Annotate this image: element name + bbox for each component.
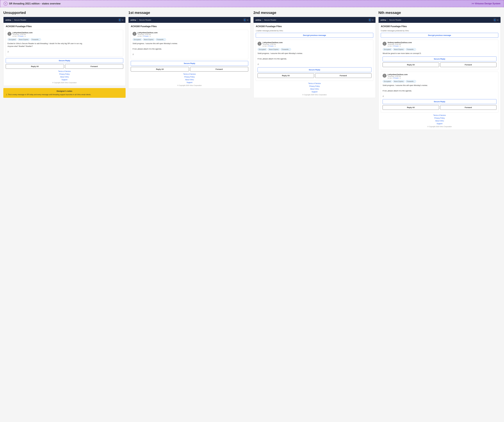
sender-row: J j.whysbee@airbus.com Yesterday, 9:46 P… bbox=[383, 73, 497, 79]
support-link[interactable]: Support bbox=[6, 79, 123, 81]
virtru-logo: virtru bbox=[380, 19, 386, 21]
sr-divider bbox=[12, 19, 13, 21]
tag: Encrypted bbox=[132, 38, 142, 41]
sender-date: Yesterday, 9:46 PM bbox=[138, 34, 246, 35]
decrypt-previous-button[interactable]: Decrypt previous message bbox=[381, 33, 498, 38]
support-link[interactable]: Support bbox=[256, 91, 373, 93]
chevron-down-icon[interactable]: ∨ bbox=[122, 19, 124, 21]
support-link[interactable]: Support bbox=[131, 82, 248, 84]
more-recipients-link[interactable]: +3 more bbox=[393, 45, 398, 47]
avatar-icon[interactable]: 👤 bbox=[243, 18, 246, 21]
sr-label: Secure Reader bbox=[264, 19, 276, 21]
more-recipients-link[interactable]: +3 more bbox=[143, 35, 148, 37]
avatar-icon[interactable]: 👤 bbox=[493, 18, 496, 21]
secure-reply-button[interactable]: Secure Reply bbox=[131, 61, 248, 66]
virtru-logo: virtru bbox=[131, 19, 136, 21]
about-virtru-link[interactable]: About Virtru bbox=[6, 76, 123, 78]
designers-notes-list: This is every message in SR today and ev… bbox=[6, 93, 123, 96]
forward-button[interactable]: Forward bbox=[440, 105, 497, 110]
forward-button[interactable]: Forward bbox=[315, 73, 372, 78]
footer-links: Terms of Service Privacy Policy About Vi… bbox=[256, 83, 373, 93]
top-banner: V SR threading 2021 edition - states ove… bbox=[0, 0, 504, 7]
tag: Never Expires bbox=[393, 48, 405, 51]
support-link[interactable]: Support bbox=[381, 123, 498, 125]
privacy-policy-link[interactable]: Privacy Policy bbox=[131, 76, 248, 78]
tag: Forwardin... bbox=[30, 38, 41, 41]
column-second-message: 2nd message virtru Secure Reader 👤 ∨ ACH… bbox=[253, 11, 376, 98]
chevron-down-icon[interactable]: ∨ bbox=[247, 19, 249, 21]
email-subject: ACH160 Fuselage Files bbox=[6, 25, 123, 28]
tag: Forwardin... bbox=[406, 80, 416, 83]
banner-right-link[interactable]: >> Virtuoso Design System bbox=[472, 2, 500, 5]
message-tags: EncryptedNever ExpiresForwardin... bbox=[132, 38, 246, 41]
sr-header-left: virtru Secure Reader bbox=[380, 19, 401, 21]
sr-header-unsupported: virtru Secure Reader 👤 ∨ bbox=[3, 17, 126, 23]
sender-row: J j.whysbee@airbus.com Yesterday, 9:46 P… bbox=[258, 42, 372, 47]
forward-button[interactable]: Forward bbox=[440, 62, 497, 67]
banner-title: SR threading 2021 edition - states overv… bbox=[9, 2, 60, 5]
reply-all-button[interactable]: Reply All bbox=[6, 64, 64, 69]
sender-avatar: J bbox=[258, 42, 261, 46]
reply-all-button[interactable]: Reply All bbox=[131, 67, 189, 72]
reply-all-button[interactable]: Reply All bbox=[383, 62, 439, 67]
reply-forward-row: Reply AllForward bbox=[383, 105, 497, 110]
sr-card-unsupported: virtru Secure Reader 👤 ∨ ACH160 Fuselage… bbox=[3, 17, 126, 86]
more-recipients-link[interactable]: +3 more bbox=[18, 35, 23, 37]
message-tags: EncryptedNever ExpiresForwardin... bbox=[7, 38, 121, 41]
sender-to: to me ( +3 more ) ∨ bbox=[12, 35, 121, 37]
designers-notes-item: This is every message in SR today and ev… bbox=[8, 93, 123, 96]
sr-divider bbox=[138, 19, 138, 21]
column-first-message: 1st message virtru Secure Reader 👤 ∨ ACH… bbox=[128, 11, 251, 89]
terms-of-service-link[interactable]: Terms of Service bbox=[381, 114, 498, 116]
about-virtru-link[interactable]: About Virtru bbox=[131, 79, 248, 81]
decrypt-previous-button[interactable]: Decrypt previous message bbox=[256, 33, 373, 38]
terms-of-service-link[interactable]: Terms of Service bbox=[131, 73, 248, 75]
terms-of-service-link[interactable]: Terms of Service bbox=[256, 83, 373, 84]
sr-card-first-message: virtru Secure Reader 👤 ∨ ACH160 Fuselage… bbox=[128, 17, 251, 89]
sender-email: lindsey.rawlins@airbus.com bbox=[388, 42, 497, 43]
terms-of-service-link[interactable]: Terms of Service bbox=[6, 70, 123, 72]
avatar-icon[interactable]: 👤 bbox=[368, 18, 371, 21]
reply-all-button[interactable]: Reply All bbox=[258, 73, 314, 78]
privacy-policy-link[interactable]: Privacy Policy bbox=[256, 85, 373, 87]
avatar-icon[interactable]: 👤 bbox=[118, 18, 121, 21]
email-subject: ACH160 Fuselage Files bbox=[256, 25, 373, 28]
chevron-down-icon[interactable]: ∨ bbox=[497, 19, 498, 21]
message-block-0: J j.whysbee@airbus.com Yesterday, 9:46 P… bbox=[6, 30, 123, 56]
sender-info: lindsey.rawlins@airbus.com Yesterday, 9:… bbox=[388, 42, 497, 47]
about-virtru-link[interactable]: About Virtru bbox=[381, 120, 498, 122]
privacy-policy-link[interactable]: Privacy Policy bbox=[6, 73, 123, 75]
tag: Forwardin... bbox=[156, 38, 166, 41]
column-nth-message: Nth message virtru Secure Reader 👤 ∨ ACH… bbox=[378, 11, 501, 130]
banner-logo-icon: V bbox=[4, 2, 7, 6]
sender-to: to me ( +3 more ) ∨ bbox=[263, 45, 372, 47]
reply-forward-row: Reply AllForward bbox=[131, 67, 248, 72]
sr-body-nth-message: ACH160 Fuselage Files5 earlier messages … bbox=[378, 23, 501, 130]
footer-links: Terms of Service Privacy Policy About Vi… bbox=[131, 73, 248, 84]
footer-links: Terms of Service Privacy Policy About Vi… bbox=[6, 70, 123, 81]
sender-date: Yesterday, 9:46 PM bbox=[388, 43, 497, 45]
secure-reply-button[interactable]: Secure Reply bbox=[6, 58, 123, 63]
more-recipients-link[interactable]: +3 more bbox=[268, 45, 273, 47]
more-recipients-link[interactable]: +3 more bbox=[393, 77, 398, 79]
tag: Never Expires bbox=[393, 80, 405, 83]
chevron-down-icon[interactable]: ∨ bbox=[372, 19, 373, 21]
privacy-policy-link[interactable]: Privacy Policy bbox=[381, 117, 498, 119]
secure-reply-button[interactable]: Secure Reply bbox=[383, 56, 497, 61]
sr-body-first-message: ACH160 Fuselage FilesJ j.whysbee@airbus.… bbox=[128, 23, 251, 89]
sender-avatar: J bbox=[132, 32, 136, 36]
sr-divider bbox=[388, 19, 388, 21]
sender-to: to me ( +3 more ) ∨ bbox=[138, 35, 246, 37]
copyright-text: © Copyright 2020 Virtru Corporation bbox=[381, 126, 498, 127]
reply-all-button[interactable]: Reply All bbox=[383, 105, 439, 110]
about-virtru-link[interactable]: About Virtru bbox=[256, 88, 373, 90]
virtru-logo: virtru bbox=[6, 19, 11, 21]
forward-button[interactable]: Forward bbox=[65, 64, 123, 69]
sender-date: Yesterday, 9:46 PM bbox=[12, 34, 121, 35]
secure-reply-button[interactable]: Secure Reply bbox=[258, 67, 372, 72]
secure-reply-button[interactable]: Secure Reply bbox=[383, 99, 497, 104]
sender-email: j.whysbee@airbus.com bbox=[12, 32, 121, 34]
sender-info: j.whysbee@airbus.com Yesterday, 9:46 PM … bbox=[263, 42, 372, 47]
forward-button[interactable]: Forward bbox=[190, 67, 248, 72]
sr-label: Secure Reader bbox=[139, 19, 151, 21]
